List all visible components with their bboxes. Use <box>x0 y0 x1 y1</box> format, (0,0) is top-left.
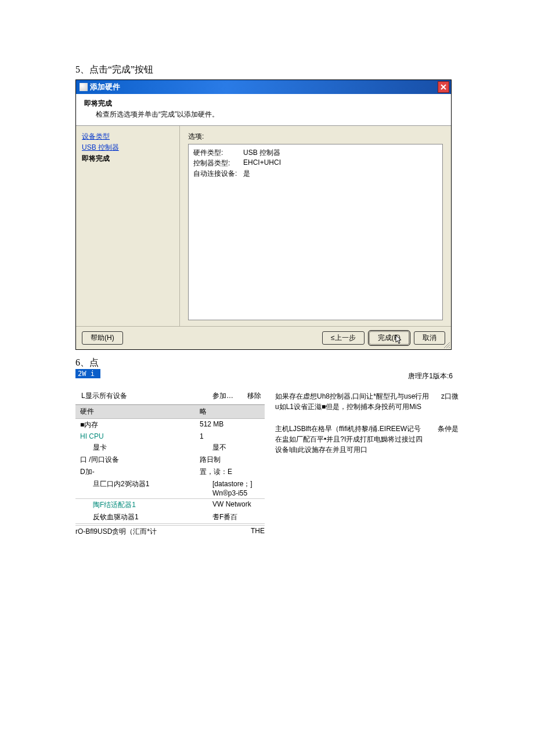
nav-current: 即将完成 <box>82 154 174 164</box>
help-button[interactable]: 帮助(H) <box>82 331 123 345</box>
nav-device-type[interactable]: 设备类型 <box>82 132 174 142</box>
option-row: 自动连接设备:是 <box>193 169 438 179</box>
step6-heading: 6、点 <box>75 357 459 369</box>
titlebar[interactable]: 添加硬件 <box>76 80 451 94</box>
dialog-header: 即将完成 检查所选选项并单击“完成”以添加硬件。 <box>76 94 451 126</box>
dialog-title: 添加硬件 <box>90 82 120 92</box>
options-box: 硬件类型:USB 控制器 控制器类型:EHCI+UHCI 自动连接设备:是 <box>188 144 443 320</box>
option-row: 硬件类型:USB 控制器 <box>193 148 438 158</box>
remove-action[interactable]: 移除 <box>247 391 261 401</box>
table-row[interactable]: 显卡显不 <box>75 442 265 454</box>
hardware-panel: L显示所有设备 参加… 移除 硬件 略 ■内存512 MB HI CPU1 显卡… <box>75 391 459 537</box>
dialog-footer: 帮助(H) ≤上一步 完成(F) 取消 <box>76 326 451 349</box>
table-row[interactable]: HI CPU1 <box>75 431 265 442</box>
cursor-icon <box>395 335 403 347</box>
table-row[interactable]: ■内存512 MB <box>75 419 265 431</box>
table-row[interactable]: 旦匚口内2弼动器1[datastore；] Wn®p3-i55 <box>75 478 265 499</box>
tab-item[interactable]: 2W i <box>75 369 100 378</box>
info-paragraph: 主机LJSBlft在格早（ffifi机持黎/捅.EIREEW记号在盅如厂配百平•… <box>275 424 459 455</box>
add-hardware-dialog: 添加硬件 即将完成 检查所选选项并单击“完成”以添加硬件。 设备类型 USB 控… <box>75 79 452 350</box>
table-row[interactable]: 陶F结适配器1VW Network <box>75 499 265 511</box>
hardware-table: 硬件 略 ■内存512 MB HI CPU1 显卡显不 口 /同口设备路日制 D… <box>75 404 265 524</box>
table-row[interactable]: 口 /同口设备路日制 <box>75 454 265 466</box>
window-icon <box>80 83 88 91</box>
wizard-nav: 设备类型 USB 控制器 即将完成 <box>76 126 180 326</box>
table-row[interactable]: 反钦血驱动器1耆F番百 <box>75 511 265 524</box>
close-button[interactable] <box>438 81 449 93</box>
header-subtitle: 检查所选选项并单击“完成”以添加硬件。 <box>96 110 443 120</box>
option-row: 控制器类型:EHCI+UHCI <box>193 158 438 168</box>
close-icon <box>441 84 446 90</box>
col-hardware: 硬件 <box>75 405 195 418</box>
info-column: 如果存在虚想Uh8控制器,口间让*醒型孔与use行用u如L1设省正滋■但是，控制… <box>275 391 459 537</box>
table-header: 硬件 略 <box>75 405 265 419</box>
header-title: 即将完成 <box>84 99 443 108</box>
wizard-main: 选项: 硬件类型:USB 控制器 控制器类型:EHCI+UHCI 自动连接设备:… <box>180 126 451 326</box>
table-row[interactable]: D加-置，读：E <box>75 466 265 478</box>
back-button[interactable]: ≤上一步 <box>322 331 365 345</box>
step5-heading: 5、点击“完成”按钮 <box>75 64 459 76</box>
version-text: 唐理序1版本:6 <box>408 371 453 381</box>
show-all-label: L显示所有设备 <box>81 391 127 401</box>
col-summary: 略 <box>195 405 265 418</box>
info-paragraph: 如果存在虚想Uh8控制器,口间让*醒型孔与use行用u如L1设省正滋■但是，控制… <box>275 391 459 412</box>
resize-grip-icon[interactable] <box>443 341 450 348</box>
nav-usb-controller[interactable]: USB 控制器 <box>82 143 174 153</box>
options-label: 选项: <box>188 132 443 142</box>
hardware-footer: rO-Bfl9USD贪明（汇而*计 THE <box>75 525 265 537</box>
add-action[interactable]: 参加… <box>212 391 233 401</box>
cancel-button[interactable]: 取消 <box>414 331 445 345</box>
